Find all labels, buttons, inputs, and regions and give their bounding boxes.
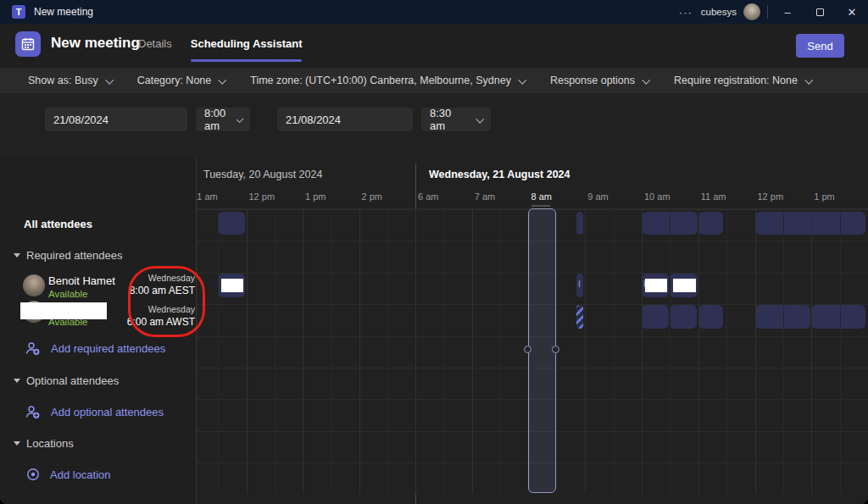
calendar-app-icon <box>15 31 41 57</box>
grid-column-line <box>755 208 756 494</box>
grid-column-line <box>275 208 275 494</box>
busy-event-block[interactable] <box>811 305 865 329</box>
hour-label: 7 am <box>475 191 495 202</box>
locations-label: Locations <box>26 437 74 450</box>
grid-column-line <box>303 208 303 494</box>
add-optional-attendees-button[interactable]: Add optional attendees <box>25 405 164 419</box>
busy-event-block[interactable] <box>698 212 723 235</box>
hour-label: 2 pm <box>362 191 382 202</box>
grid-column-line <box>218 208 219 494</box>
required-attendees-section[interactable]: Required attendees <box>14 249 122 262</box>
event-redaction-box <box>673 279 696 292</box>
hour-label: 11 am <box>701 191 726 202</box>
add-required-attendees-button[interactable]: Add required attendees <box>25 341 165 356</box>
grid-column-line <box>670 208 670 494</box>
hour-label: 12 pm <box>249 191 275 202</box>
grid-column-line <box>726 208 727 494</box>
start-date-input[interactable] <box>45 108 187 131</box>
day-header: Wednesday, 21 August 2024 <box>429 169 570 180</box>
add-required-attendees-label: Add required attendees <box>51 342 165 355</box>
attendee-name: Benoit Hamet <box>48 274 115 287</box>
busy-event-block[interactable] <box>755 212 865 235</box>
grid-column-line <box>585 208 586 494</box>
grid-column-line <box>642 208 643 494</box>
hour-label: 1 pm <box>814 191 834 202</box>
option-dropdown[interactable]: Show as: Busy <box>28 75 112 86</box>
add-optional-attendees-label: Add optional attendees <box>51 406 164 418</box>
grid-column-line <box>811 208 812 494</box>
collapse-triangle-icon <box>14 379 20 383</box>
grid-column-line <box>783 208 784 494</box>
person-add-icon <box>25 341 41 356</box>
page-title: New meeting <box>51 35 140 52</box>
person-add-icon <box>25 405 41 419</box>
grid-column-line <box>415 208 416 494</box>
hour-label: 10 am <box>644 191 670 202</box>
add-location-label: Add location <box>50 468 111 481</box>
current-hour-underline <box>531 205 550 207</box>
selection-right-handle[interactable] <box>552 346 559 353</box>
busy-event-block[interactable] <box>218 212 245 235</box>
busy-event-block[interactable] <box>576 212 583 235</box>
busy-event-block[interactable]: F <box>642 274 669 297</box>
event-title-fragment: I <box>578 280 581 289</box>
hour-label: 11 am <box>197 191 218 202</box>
busy-event-block[interactable] <box>576 305 583 329</box>
option-label: Show as: Busy <box>28 75 98 86</box>
busy-event-block[interactable]: I <box>576 274 583 297</box>
teams-new-meeting-window: New meeting ··· cubesys – ✕ New meeting … <box>0 0 868 504</box>
attendee-avatar[interactable] <box>23 274 45 296</box>
attendee-availability: Available <box>48 289 87 299</box>
add-location-button[interactable]: Add location <box>26 468 111 481</box>
busy-event-block[interactable]: V <box>670 274 698 297</box>
busy-event-block[interactable] <box>642 305 669 329</box>
tab-details[interactable]: Details <box>138 37 172 58</box>
grid-column-line <box>840 208 841 494</box>
hour-label: 1 pm <box>305 191 326 202</box>
grid-column-line <box>331 208 331 494</box>
grid-column-line <box>614 208 615 494</box>
event-redaction-box <box>221 279 243 292</box>
event-redaction-box <box>645 279 667 292</box>
all-attendees-label: All attendees <box>24 218 92 230</box>
hour-label: 6 am <box>418 191 438 202</box>
grid-column-line <box>359 208 360 494</box>
hour-label: 8 am <box>531 191 552 202</box>
busy-event-block[interactable] <box>218 274 245 297</box>
selection-left-handle[interactable] <box>524 346 531 353</box>
required-attendees-label: Required attendees <box>26 249 122 262</box>
location-pin-icon <box>26 468 40 481</box>
window-title: New meeting <box>34 6 93 18</box>
grid-column-line <box>472 208 473 494</box>
grid-column-line <box>698 208 699 494</box>
teams-logo-icon <box>12 5 25 19</box>
busy-event-block[interactable] <box>698 305 723 329</box>
busy-event-block[interactable] <box>670 305 697 329</box>
grid-column-line <box>387 208 388 494</box>
optional-attendees-section[interactable]: Optional attendees <box>14 374 119 387</box>
hour-label: 9 am <box>587 191 608 202</box>
name-redaction-box <box>20 302 107 319</box>
day-header: Tuesday, 20 August 2024 <box>203 169 322 180</box>
calendar-area: IFV Tuesday, 20 August 202411 am12 pm1 p… <box>197 0 868 504</box>
grid-column-line <box>247 208 248 494</box>
locations-section[interactable]: Locations <box>14 437 74 450</box>
chevron-down-icon <box>105 75 114 84</box>
calendar-layer[interactable]: IFV Tuesday, 20 August 202411 am12 pm1 p… <box>197 0 868 504</box>
collapse-triangle-icon <box>14 441 20 446</box>
optional-attendees-label: Optional attendees <box>26 374 119 387</box>
hour-label: 12 pm <box>758 191 784 202</box>
red-circle-annotation <box>128 266 205 337</box>
grid-column-line <box>443 208 444 494</box>
grid-column-line <box>500 208 501 494</box>
collapse-triangle-icon <box>14 253 20 258</box>
